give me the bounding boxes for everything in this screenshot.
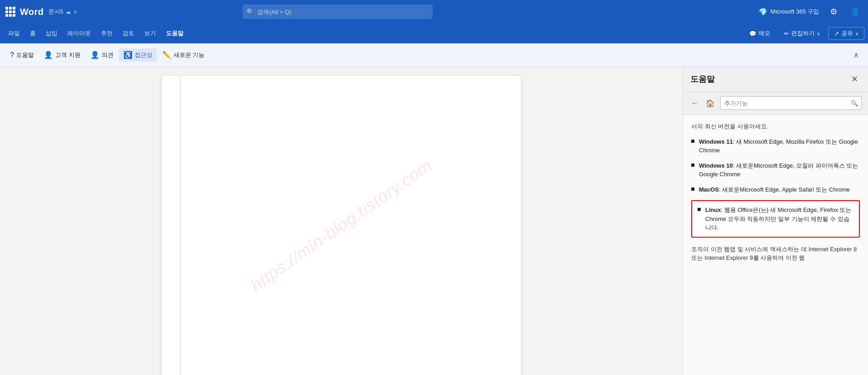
help-list: Windows 11: 새 Microsoft Edge, Mozilla Fi…: [691, 137, 860, 238]
menu-item-review[interactable]: 검토: [118, 27, 139, 40]
menu-item-view[interactable]: 보기: [140, 27, 160, 40]
bullet-windows10: [691, 164, 694, 167]
menu-item-help[interactable]: 도움말: [161, 27, 188, 40]
search-input[interactable]: [243, 5, 433, 19]
edit-chevron-icon: ∨: [817, 31, 820, 36]
menu-item-insert[interactable]: 삽입: [41, 27, 62, 40]
search-bar: 🔍: [243, 5, 433, 19]
help-search-wrap: 🔍: [720, 96, 862, 110]
share-chevron-icon: ∨: [855, 31, 859, 36]
ribbon-item-accessibility[interactable]: ♿접근성: [119, 48, 157, 61]
share-icon: ↗: [834, 30, 839, 37]
ms365-button[interactable]: 💎 Microsoft 365 구입: [759, 8, 819, 16]
help-list-item-linux: Linux: 웹용 Office은(는) 새 Microsoft Edge, F…: [691, 200, 860, 238]
document-canvas: https://min-blog.tistory.com: [0, 67, 683, 375]
bullet-linux: [698, 208, 701, 211]
ribbon-collapse-button[interactable]: ∧: [850, 49, 863, 61]
edit-icon: ✏: [784, 30, 789, 37]
ribbon: ?도움말👤고객 지원👤의견♿접근성✏️새로운 기능 ∧: [0, 43, 868, 67]
menu-items: 파일홈삽입레이아웃추천검토보기도움말: [4, 27, 188, 40]
document-page: https://min-blog.tistory.com: [162, 76, 521, 375]
doc-chevron-icon[interactable]: ∨: [73, 9, 77, 15]
ribbon-icon-feedback: 👤: [90, 51, 99, 59]
diamond-icon: 💎: [759, 8, 768, 16]
title-bar-left: Word 문서5 ☁ ∨: [5, 7, 77, 17]
help-list-item-macos: MacOS: 새로운Microsoft Edge, Apple Safari 또…: [691, 185, 860, 194]
ribbon-item-feedback[interactable]: 👤의견: [86, 48, 118, 61]
doc-cloud-icon: ☁: [66, 9, 71, 15]
item-text-macos: MacOS: 새로운Microsoft Edge, Apple Safari 또…: [699, 185, 850, 194]
ribbon-items: ?도움말👤고객 지원👤의견♿접근성✏️새로운 기능: [5, 48, 209, 61]
menu-item-file[interactable]: 파일: [4, 27, 24, 40]
page-left-border: [180, 76, 180, 375]
help-panel: 도움말 ✕ ← 🏠 🔍 서의 최신 버전을 사용아세요. Windows 11:…: [683, 67, 868, 375]
help-nav: ← 🏠 🔍: [683, 92, 868, 115]
ribbon-icon-help-item: ?: [10, 51, 14, 59]
help-search-input[interactable]: [720, 96, 862, 110]
share-button[interactable]: ↗ 공유 ∨: [828, 27, 864, 40]
menu-bar: 파일홈삽입레이아웃추천검토보기도움말 💬 메모 ✏ 편집하기 ∨ ↗ 공유 ∨: [0, 23, 868, 43]
watermark: https://min-blog.tistory.com: [247, 155, 435, 295]
bullet-windows11: [691, 140, 694, 143]
help-back-button[interactable]: ←: [689, 97, 700, 109]
title-bar: Word 문서5 ☁ ∨ 🔍 💎 Microsoft 365 구입 ⚙ 👤: [0, 0, 868, 23]
ribbon-icon-accessibility: ♿: [123, 51, 132, 59]
edit-button[interactable]: ✏ 편집하기 ∨: [778, 28, 826, 39]
menu-actions: 💬 메모 ✏ 편집하기 ∨ ↗ 공유 ∨: [744, 27, 864, 40]
help-list-item-windows11: Windows 11: 새 Microsoft Edge, Mozilla Fi…: [691, 137, 860, 155]
ribbon-item-help-item[interactable]: ?도움말: [5, 49, 38, 61]
memo-icon: 💬: [749, 30, 756, 37]
main-area: https://min-blog.tistory.com 도움말 ✕ ← 🏠 🔍…: [0, 67, 868, 375]
memo-button[interactable]: 💬 메모: [744, 28, 776, 39]
help-panel-close-button[interactable]: ✕: [849, 73, 861, 85]
title-bar-right: 💎 Microsoft 365 구입 ⚙ 👤: [759, 5, 863, 19]
item-text-linux: Linux: 웹용 Office은(는) 새 Microsoft Edge, F…: [705, 206, 854, 232]
help-intro-text: 서의 최신 버전을 사용아세요.: [691, 122, 860, 131]
menu-item-layout[interactable]: 레이아웃: [63, 27, 95, 40]
item-text-windows11: Windows 11: 새 Microsoft Edge, Mozilla Fi…: [699, 137, 860, 155]
bullet-macos: [691, 188, 694, 191]
settings-button[interactable]: ⚙: [826, 5, 841, 19]
help-list-item-windows10: Windows 10: 새로운Microsoft Edge, 모질라 파이어폭스…: [691, 161, 860, 179]
help-panel-title: 도움말: [690, 74, 715, 84]
app-name: Word: [20, 7, 44, 17]
search-icon: 🔍: [246, 8, 254, 15]
document-name: 문서5 ☁ ∨: [48, 8, 77, 16]
ribbon-icon-customer-support: 👤: [44, 51, 53, 59]
account-button[interactable]: 👤: [848, 5, 863, 19]
help-content: 서의 최신 버전을 사용아세요. Windows 11: 새 Microsoft…: [683, 115, 868, 375]
menu-item-recommend[interactable]: 추천: [96, 27, 117, 40]
ribbon-item-customer-support[interactable]: 👤고객 지원: [39, 48, 85, 61]
item-text-windows10: Windows 10: 새로운Microsoft Edge, 모질라 파이어폭스…: [699, 161, 860, 179]
ribbon-item-new-features[interactable]: ✏️새로운 기능: [158, 48, 209, 61]
help-footer-text: 조직이 이전 웹앱 및 서비스에 액세스하는 데 Internet Explor…: [691, 245, 860, 262]
menu-item-home[interactable]: 홈: [25, 27, 40, 40]
help-home-button[interactable]: 🏠: [704, 97, 717, 109]
help-panel-header: 도움말 ✕: [683, 67, 868, 92]
app-grid-icon[interactable]: [5, 7, 15, 17]
help-search-icon: 🔍: [851, 100, 858, 107]
ribbon-icon-new-features: ✏️: [162, 51, 171, 59]
